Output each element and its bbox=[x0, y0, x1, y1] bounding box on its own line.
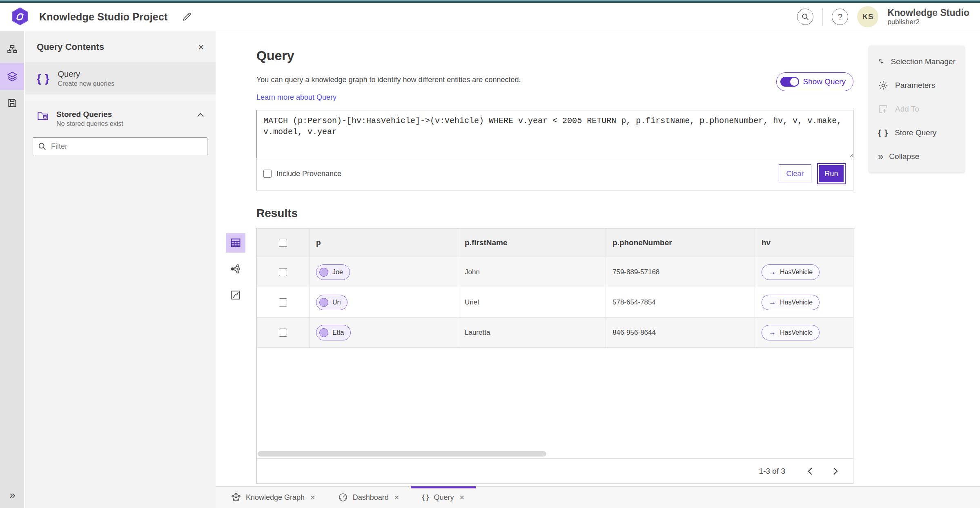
column-header-phonenumber[interactable]: p.phoneNumber bbox=[606, 228, 755, 257]
collapse-label: Collapse bbox=[889, 152, 919, 161]
close-tab-icon[interactable]: × bbox=[459, 493, 464, 502]
row-checkbox[interactable] bbox=[279, 298, 287, 307]
table-icon bbox=[230, 237, 241, 248]
search-button[interactable] bbox=[797, 9, 813, 25]
top-accent-bar bbox=[0, 0, 980, 3]
help-icon: ? bbox=[838, 12, 842, 22]
search-icon bbox=[38, 142, 47, 151]
parameters-button[interactable]: Parameters bbox=[869, 74, 964, 97]
active-tab-indicator bbox=[411, 486, 476, 488]
rail-layers-button[interactable] bbox=[0, 63, 24, 90]
query-editor-card: MATCH (p:Person)-[hv:HasVehicle]->(v:Veh… bbox=[256, 110, 853, 190]
tab-query[interactable]: { } Query × bbox=[411, 487, 476, 508]
rail-save-button[interactable] bbox=[0, 90, 24, 116]
table-view-button[interactable] bbox=[226, 233, 245, 253]
edge-arrow-icon: → bbox=[768, 298, 776, 307]
results-title: Results bbox=[256, 207, 853, 220]
query-actions-panel: Selection Manager Parameters Add To bbox=[869, 46, 964, 172]
results-view-toolbar bbox=[226, 233, 245, 305]
filter-input[interactable] bbox=[33, 137, 207, 155]
horizontal-scrollbar bbox=[258, 451, 852, 457]
double-chevron-icon: » bbox=[9, 489, 14, 501]
next-page-button[interactable] bbox=[830, 465, 841, 478]
collapse-button[interactable]: » Collapse bbox=[869, 145, 964, 168]
edge-chip[interactable]: → HasVehicle bbox=[762, 295, 820, 310]
node-chip[interactable]: Joe bbox=[316, 264, 350, 280]
learn-more-link[interactable]: Learn more about Query bbox=[256, 93, 336, 102]
chevron-left-icon bbox=[807, 467, 813, 475]
previous-page-button[interactable] bbox=[805, 465, 815, 478]
results-table: p p.firstName p.phoneNumber hv bbox=[256, 228, 853, 484]
filter-field bbox=[33, 137, 207, 155]
pagination-range: 1-3 of 3 bbox=[759, 467, 785, 476]
query-code-input[interactable]: MATCH (p:Person)-[hv:HasVehicle]->(v:Veh… bbox=[256, 110, 853, 158]
run-button[interactable]: Run bbox=[817, 163, 846, 184]
stored-queries-section[interactable]: Stored Queries No stored queries exist bbox=[25, 101, 216, 132]
edge-arrow-icon: → bbox=[768, 328, 776, 337]
tab-knowledge-graph[interactable]: Knowledge Graph × bbox=[220, 487, 327, 508]
tab-dashboard[interactable]: Dashboard × bbox=[327, 487, 411, 508]
selection-manager-label: Selection Manager bbox=[891, 57, 956, 66]
parameters-label: Parameters bbox=[895, 81, 935, 90]
help-button[interactable]: ? bbox=[832, 9, 848, 25]
top-bar-actions: ? KS Knowledge Studio publisher2 bbox=[797, 6, 969, 27]
row-checkbox[interactable] bbox=[279, 329, 287, 337]
braces-icon: { } bbox=[37, 72, 50, 85]
close-tab-icon[interactable]: × bbox=[394, 493, 399, 502]
column-header-p[interactable]: p bbox=[310, 228, 458, 257]
node-dot-icon bbox=[319, 328, 328, 337]
node-chip[interactable]: Uri bbox=[316, 295, 347, 310]
node-dot-icon bbox=[319, 298, 328, 307]
edit-title-icon[interactable] bbox=[182, 11, 192, 22]
table-pagination: 1-3 of 3 bbox=[257, 458, 853, 483]
column-header-firstname[interactable]: p.firstName bbox=[458, 228, 606, 257]
project-title: Knowledge Studio Project bbox=[39, 11, 168, 23]
avatar-initials: KS bbox=[862, 12, 873, 21]
cell-phonenumber: 578-654-7854 bbox=[606, 287, 755, 317]
show-query-label: Show Query bbox=[803, 77, 846, 86]
user-name: Knowledge Studio bbox=[887, 7, 969, 18]
graph-view-button[interactable] bbox=[226, 259, 245, 279]
toggle-knob bbox=[790, 78, 798, 86]
top-bar-divider bbox=[822, 8, 823, 26]
network-icon bbox=[230, 264, 241, 274]
table-row: Uri Uriel 578-654-7854 → HasVehicle bbox=[257, 287, 853, 318]
avatar[interactable]: KS bbox=[857, 6, 878, 27]
close-tab-icon[interactable]: × bbox=[310, 493, 315, 502]
sidebar-item-query[interactable]: { } Query Create new queries bbox=[25, 63, 216, 94]
node-chip[interactable]: Etta bbox=[316, 325, 351, 340]
chevron-up-icon[interactable] bbox=[197, 112, 204, 117]
include-provenance-checkbox[interactable] bbox=[263, 170, 272, 178]
expand-panel-button[interactable]: » bbox=[0, 486, 24, 504]
edge-chip[interactable]: → HasVehicle bbox=[762, 325, 820, 340]
scrollbar-thumb[interactable] bbox=[258, 451, 546, 457]
toggle-track bbox=[780, 77, 799, 87]
node-label: Uri bbox=[332, 299, 341, 306]
top-bar: Knowledge Studio Project ? KS Knowledge … bbox=[0, 3, 980, 31]
close-panel-icon[interactable]: × bbox=[198, 42, 204, 52]
gear-icon bbox=[878, 80, 889, 91]
selection-manager-button[interactable]: Selection Manager bbox=[869, 50, 964, 74]
chart-icon bbox=[230, 290, 241, 300]
user-info: Knowledge Studio publisher2 bbox=[887, 7, 969, 26]
row-checkbox[interactable] bbox=[279, 268, 287, 276]
clear-button[interactable]: Clear bbox=[779, 164, 811, 183]
edge-chip[interactable]: → HasVehicle bbox=[762, 264, 820, 280]
cell-firstname: Uriel bbox=[458, 287, 606, 317]
user-role: publisher2 bbox=[887, 18, 969, 26]
app-logo-icon bbox=[11, 7, 29, 27]
node-label: Joe bbox=[332, 269, 343, 276]
sidebar-header: Query Contents × bbox=[25, 31, 216, 63]
query-description: You can query a knowledge graph to ident… bbox=[256, 76, 853, 84]
chart-view-button[interactable] bbox=[226, 285, 245, 305]
store-query-button[interactable]: { } Store Query bbox=[869, 121, 964, 145]
store-query-label: Store Query bbox=[895, 128, 936, 137]
cell-phonenumber: 759-889-57168 bbox=[606, 257, 755, 287]
rail-schema-button[interactable] bbox=[0, 37, 24, 63]
selection-manager-icon bbox=[878, 56, 884, 67]
column-header-hv[interactable]: hv bbox=[755, 228, 853, 257]
table-header-row: p p.firstName p.phoneNumber hv bbox=[257, 228, 853, 257]
knowledge-graph-icon bbox=[231, 492, 241, 502]
show-query-toggle[interactable]: Show Query bbox=[776, 72, 853, 91]
select-all-checkbox[interactable] bbox=[279, 239, 287, 247]
